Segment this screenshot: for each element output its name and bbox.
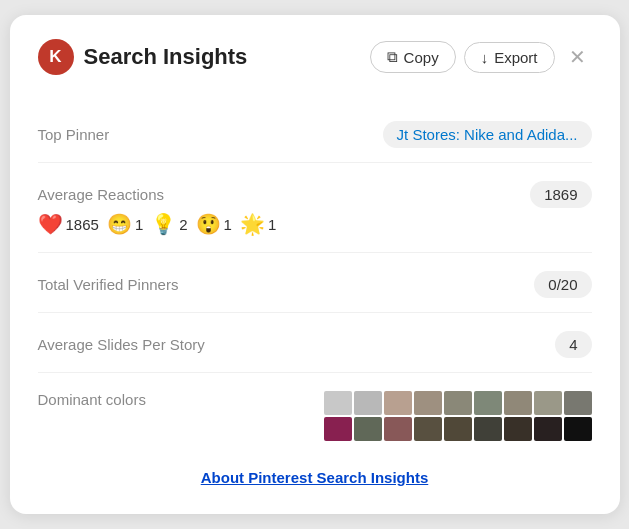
dominant-colors-label: Dominant colors: [38, 391, 146, 408]
card-header: K Search Insights ⧉ Copy ↓ Export ✕: [38, 39, 592, 75]
color-swatches-container: [324, 391, 592, 441]
color-swatch: [534, 391, 562, 415]
reactions-breakdown: ❤️ 1865 😁 1 💡 2 😲 1 🌟 1: [38, 212, 592, 253]
color-swatch: [534, 417, 562, 441]
grin-emoji: 😁: [107, 212, 132, 236]
star-count: 1: [268, 216, 276, 233]
color-swatch: [414, 391, 442, 415]
export-icon: ↓: [481, 49, 489, 66]
top-pinner-value[interactable]: Jt Stores: Nike and Adida...: [383, 121, 592, 148]
insights-card: K Search Insights ⧉ Copy ↓ Export ✕ Top …: [10, 15, 620, 514]
export-label: Export: [494, 49, 537, 66]
bulb-count: 2: [179, 216, 187, 233]
header-right: ⧉ Copy ↓ Export ✕: [370, 41, 592, 73]
color-swatches-row1: [324, 391, 592, 415]
wow-count: 1: [224, 216, 232, 233]
avg-reactions-label: Average Reactions: [38, 186, 164, 203]
wow-emoji: 😲: [196, 212, 221, 236]
avg-reactions-row: Average Reactions 1869: [38, 163, 592, 212]
color-swatch: [384, 417, 412, 441]
color-swatch: [564, 391, 592, 415]
footer-link[interactable]: About Pinterest Search Insights: [38, 469, 592, 486]
heart-emoji: ❤️: [38, 212, 63, 236]
avg-slides-label: Average Slides Per Story: [38, 336, 205, 353]
copy-label: Copy: [404, 49, 439, 66]
reaction-item: 😲 1: [196, 212, 232, 236]
page-title: Search Insights: [84, 44, 248, 70]
copy-button[interactable]: ⧉ Copy: [370, 41, 456, 73]
color-swatches-row2: [324, 417, 592, 441]
copy-icon: ⧉: [387, 48, 398, 66]
star-emoji: 🌟: [240, 212, 265, 236]
color-swatch: [474, 391, 502, 415]
color-swatch: [504, 417, 532, 441]
color-swatch: [564, 417, 592, 441]
close-button[interactable]: ✕: [563, 43, 592, 71]
top-pinner-row: Top Pinner Jt Stores: Nike and Adida...: [38, 103, 592, 163]
grin-count: 1: [135, 216, 143, 233]
top-pinner-label: Top Pinner: [38, 126, 110, 143]
avg-slides-row: Average Slides Per Story 4: [38, 313, 592, 373]
total-verified-row: Total Verified Pinners 0/20: [38, 253, 592, 313]
avg-reactions-value: 1869: [530, 181, 591, 208]
bulb-emoji: 💡: [151, 212, 176, 236]
dominant-colors-row: Dominant colors: [38, 373, 592, 451]
reaction-item: ❤️ 1865: [38, 212, 99, 236]
color-swatch: [324, 391, 352, 415]
header-left: K Search Insights: [38, 39, 248, 75]
heart-count: 1865: [66, 216, 99, 233]
export-button[interactable]: ↓ Export: [464, 42, 555, 73]
logo-circle: K: [38, 39, 74, 75]
color-swatch: [444, 417, 472, 441]
color-swatch: [504, 391, 532, 415]
total-verified-value: 0/20: [534, 271, 591, 298]
color-swatch: [354, 417, 382, 441]
color-swatch: [414, 417, 442, 441]
color-swatch: [474, 417, 502, 441]
color-swatch: [444, 391, 472, 415]
total-verified-label: Total Verified Pinners: [38, 276, 179, 293]
reaction-item: 💡 2: [151, 212, 187, 236]
avg-slides-value: 4: [555, 331, 591, 358]
reaction-item: 😁 1: [107, 212, 143, 236]
color-swatch: [354, 391, 382, 415]
color-swatch: [384, 391, 412, 415]
reaction-item: 🌟 1: [240, 212, 276, 236]
color-swatch: [324, 417, 352, 441]
